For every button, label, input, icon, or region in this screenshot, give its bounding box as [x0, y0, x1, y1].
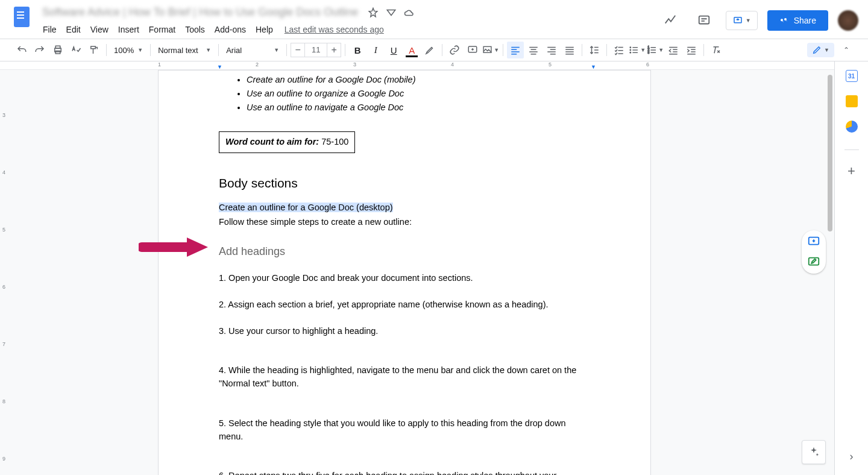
bulleted-list-button[interactable]: ▼	[629, 42, 646, 58]
svg-point-8	[630, 49, 632, 51]
svg-text:3: 3	[648, 51, 650, 54]
move-icon[interactable]	[386, 7, 397, 18]
svg-rect-10	[633, 47, 638, 48]
link-button[interactable]	[446, 42, 463, 58]
text-color-button[interactable]: A	[403, 42, 420, 58]
share-label: Share	[794, 16, 816, 25]
step-text: 3. Use your cursor to highlight a headin…	[219, 325, 590, 338]
menu-insert[interactable]: Insert	[114, 22, 143, 37]
svg-rect-17	[809, 258, 819, 265]
menu-addons[interactable]: Add-ons	[210, 22, 250, 37]
redo-button[interactable]	[31, 42, 48, 58]
horizontal-ruler[interactable]: 1 2 3 4 5 6 ▼ ▼	[0, 61, 834, 70]
step-text: 6. Repeat steps two thru five for each h…	[219, 470, 590, 475]
docs-logo[interactable]	[10, 5, 34, 29]
highlight-button[interactable]	[421, 42, 438, 58]
numbered-list-button[interactable]: 123▼	[647, 42, 664, 58]
spellcheck-button[interactable]	[68, 42, 84, 58]
document-page[interactable]: Create an outline for a Google Doc (mobi…	[158, 70, 651, 475]
account-avatar[interactable]	[838, 10, 858, 31]
svg-rect-12	[633, 52, 638, 53]
underline-button[interactable]: U	[385, 42, 402, 58]
tasks-app-icon[interactable]	[846, 121, 858, 133]
menu-edit[interactable]: Edit	[62, 22, 85, 37]
suggest-edit-icon[interactable]	[807, 256, 820, 269]
svg-rect-11	[633, 49, 638, 50]
insert-image-button[interactable]: ▼	[482, 42, 499, 58]
zoom-dropdown[interactable]: 100%▼	[110, 42, 146, 58]
increase-indent-button[interactable]	[683, 42, 700, 58]
decrease-indent-button[interactable]	[665, 42, 682, 58]
word-count-box: Word count to aim for: 75-100	[219, 131, 355, 153]
svg-point-7	[630, 46, 632, 48]
hide-side-panel-button[interactable]: ›	[850, 450, 854, 463]
vertical-scrollbar[interactable]	[826, 70, 834, 475]
clear-formatting-button[interactable]	[708, 42, 725, 58]
align-left-button[interactable]	[507, 42, 524, 58]
paint-format-button[interactable]	[86, 42, 102, 58]
calendar-app-icon[interactable]	[846, 70, 858, 82]
menu-format[interactable]: Format	[145, 22, 180, 37]
add-comment-button[interactable]	[464, 42, 481, 58]
font-size-decrease[interactable]: −	[291, 43, 305, 57]
menu-file[interactable]: File	[39, 22, 61, 37]
document-title[interactable]: Software Advice | How To Brief | How to …	[39, 5, 362, 20]
vertical-ruler[interactable]: 3 4 5 6 7 8 9	[1, 70, 10, 475]
annotation-arrow-icon	[139, 235, 211, 259]
menu-help[interactable]: Help	[251, 22, 277, 37]
undo-button[interactable]	[13, 42, 30, 58]
side-panel-separator	[844, 149, 859, 150]
present-button[interactable]: ▼	[726, 11, 758, 30]
bullet-item: Use an outline to organize a Google Doc	[247, 87, 590, 101]
italic-button[interactable]: I	[367, 42, 384, 58]
follow-text: Follow these simple steps to create a ne…	[219, 216, 590, 229]
add-addon-button[interactable]: +	[848, 163, 855, 179]
style-dropdown[interactable]: Normal text▼	[154, 42, 215, 58]
last-edit-link[interactable]: Last edit was seconds ago	[285, 25, 384, 34]
bullet-item: Use an outline to navigate a Google Doc	[247, 101, 590, 115]
comment-rail	[802, 230, 826, 274]
side-panel: + ›	[834, 61, 868, 475]
cloud-icon[interactable]	[404, 7, 415, 18]
add-comment-icon[interactable]	[807, 235, 820, 248]
collapse-toolbar-button[interactable]: ⌃	[838, 42, 855, 58]
bullet-item: Create an outline for a Google Doc (mobi…	[247, 74, 590, 87]
editing-mode-button[interactable]: ▼	[807, 43, 834, 57]
keep-app-icon[interactable]	[846, 95, 858, 107]
font-size-value[interactable]: 11	[305, 43, 327, 57]
step-text: 2. Assign each section a brief, yet appr…	[219, 298, 590, 312]
step-text: 4. While the heading is highlighted, nav…	[219, 364, 590, 391]
print-button[interactable]	[49, 42, 66, 58]
menu-bar: File Edit View Insert Format Tools Add-o…	[39, 22, 658, 37]
explore-button[interactable]	[802, 440, 826, 464]
add-headings-heading: Add headings	[219, 244, 590, 260]
activity-icon[interactable]	[658, 8, 682, 33]
align-right-button[interactable]	[543, 42, 560, 58]
align-justify-button[interactable]	[561, 42, 578, 58]
star-icon[interactable]	[368, 7, 379, 18]
bold-button[interactable]: B	[349, 42, 366, 58]
line-spacing-button[interactable]	[586, 42, 603, 58]
comments-history-icon[interactable]	[692, 8, 716, 33]
step-text: 1. Open your Google Doc and break your d…	[219, 272, 590, 285]
menu-tools[interactable]: Tools	[181, 22, 209, 37]
svg-rect-0	[699, 16, 709, 24]
align-center-button[interactable]	[525, 42, 542, 58]
highlighted-subheading: Create an outline for a Google Doc (desk…	[219, 203, 393, 212]
share-button[interactable]: Share	[767, 10, 828, 31]
font-size-increase[interactable]: +	[327, 43, 341, 57]
toolbar: 100%▼ Normal text▼ Arial▼ − 11 + B I U A…	[0, 39, 868, 61]
step-text: 5. Select the heading style that you wou…	[219, 417, 590, 444]
svg-rect-3	[55, 46, 60, 48]
font-dropdown[interactable]: Arial▼	[222, 42, 283, 58]
body-sections-heading: Body sections	[219, 174, 590, 193]
checklist-button[interactable]	[611, 42, 627, 58]
svg-point-9	[630, 52, 632, 54]
menu-view[interactable]: View	[86, 22, 113, 37]
